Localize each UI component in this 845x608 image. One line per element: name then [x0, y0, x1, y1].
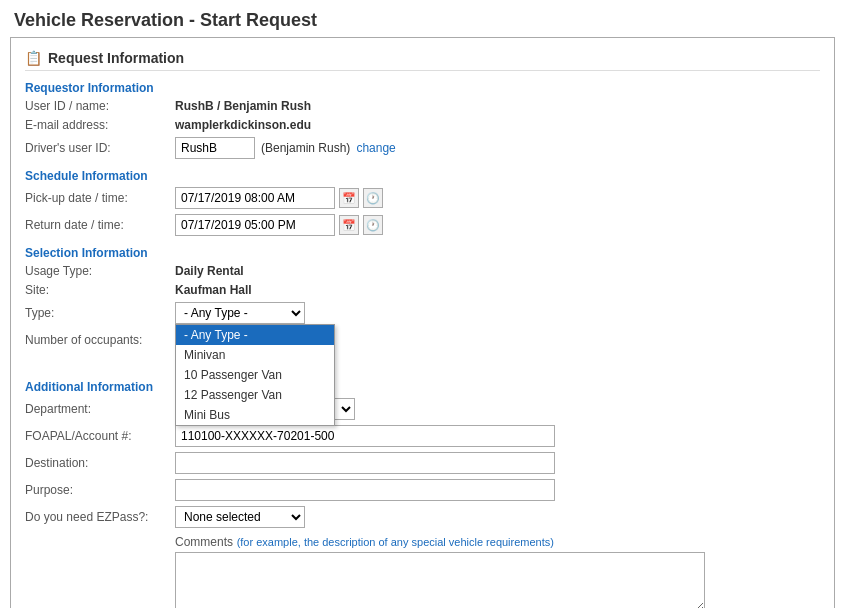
ezpass-label: Do you need EZPass?: — [25, 510, 175, 524]
driver-id-input[interactable] — [175, 137, 255, 159]
comments-row: Comments (for example, the description o… — [25, 534, 820, 608]
destination-input[interactable] — [175, 452, 555, 474]
type-label: Type: — [25, 306, 175, 320]
pickup-row: Pick-up date / time: 📅 🕐 — [25, 187, 820, 209]
return-date-input[interactable] — [175, 214, 335, 236]
dept-label: Department: — [25, 402, 175, 416]
purpose-label: Purpose: — [25, 483, 175, 497]
page-title: Vehicle Reservation - Start Request — [0, 0, 845, 37]
comments-textarea[interactable] — [175, 552, 705, 608]
change-link[interactable]: change — [356, 141, 395, 155]
site-value: Kaufman Hall — [175, 283, 252, 297]
usage-type-value: Daily Rental — [175, 264, 244, 278]
pickup-clock-icon[interactable]: 🕐 — [363, 188, 383, 208]
destination-label: Destination: — [25, 456, 175, 470]
user-id-label: User ID / name: — [25, 99, 175, 113]
pickup-datetime: 📅 🕐 — [175, 187, 383, 209]
type-dropdown-wrapper: - Any Type - Minivan 10 Passenger Van 12… — [175, 302, 305, 324]
section-header-label: Request Information — [48, 50, 184, 66]
foapal-label: FOAPAL/Account #: — [25, 429, 175, 443]
additional-section-title: Additional Information — [25, 380, 820, 394]
pickup-label: Pick-up date / time: — [25, 191, 175, 205]
type-select[interactable]: - Any Type - Minivan 10 Passenger Van 12… — [175, 302, 305, 324]
comments-container: Comments (for example, the description o… — [175, 534, 705, 608]
user-id-value: RushB / Benjamin Rush — [175, 99, 311, 113]
foapal-input[interactable] — [175, 425, 555, 447]
driver-id-row: Driver's user ID: (Benjamin Rush) change — [25, 137, 820, 159]
email-label: E-mail address: — [25, 118, 175, 132]
dropdown-item-minivan[interactable]: Minivan — [176, 345, 334, 365]
dropdown-item-12van[interactable]: 12 Passenger Van — [176, 385, 334, 405]
dropdown-item-minibus[interactable]: Mini Bus — [176, 405, 334, 425]
site-label: Site: — [25, 283, 175, 297]
email-value: wamplerkdickinson.edu — [175, 118, 311, 132]
purpose-input[interactable] — [175, 479, 555, 501]
section-icon: 📋 — [25, 50, 42, 66]
type-row: Type: - Any Type - Minivan 10 Passenger … — [25, 302, 820, 324]
section-header: 📋 Request Information — [25, 50, 820, 71]
email-row: E-mail address: wamplerkdickinson.edu — [25, 118, 820, 132]
occupants-row: Number of occupants: (passengers) — [25, 329, 820, 351]
return-clock-icon[interactable]: 🕐 — [363, 215, 383, 235]
comments-hint: (for example, the description of any spe… — [237, 536, 554, 548]
user-id-row: User ID / name: RushB / Benjamin Rush — [25, 99, 820, 113]
dept-row: Department: Public Safety Administration… — [25, 398, 820, 420]
main-container: 📋 Request Information Requestor Informat… — [10, 37, 835, 608]
pickup-date-input[interactable] — [175, 187, 335, 209]
purpose-row: Purpose: — [25, 479, 820, 501]
type-dropdown-list: - Any Type - Minivan 10 Passenger Van 12… — [175, 324, 335, 426]
driver-name: (Benjamin Rush) — [261, 141, 350, 155]
return-datetime: 📅 🕐 — [175, 214, 383, 236]
selection-section-title: Selection Information — [25, 246, 820, 260]
ezpass-row: Do you need EZPass?: None selected Yes N… — [25, 506, 820, 528]
usage-type-label: Usage Type: — [25, 264, 175, 278]
requestor-section-title: Requestor Information — [25, 81, 820, 95]
return-row: Return date / time: 📅 🕐 — [25, 214, 820, 236]
dropdown-item-10van[interactable]: 10 Passenger Van — [176, 365, 334, 385]
return-label: Return date / time: — [25, 218, 175, 232]
destination-row: Destination: — [25, 452, 820, 474]
schedule-section-title: Schedule Information — [25, 169, 820, 183]
site-row: Site: Kaufman Hall — [25, 283, 820, 297]
return-calendar-icon[interactable]: 📅 — [339, 215, 359, 235]
view-availability-row: View vehicle availability — [25, 356, 820, 370]
comments-label: Comments — [175, 535, 233, 549]
occupants-label: Number of occupants: — [25, 333, 175, 347]
usage-type-row: Usage Type: Daily Rental — [25, 264, 820, 278]
driver-id-label: Driver's user ID: — [25, 141, 175, 155]
pickup-calendar-icon[interactable]: 📅 — [339, 188, 359, 208]
foapal-row: FOAPAL/Account #: — [25, 425, 820, 447]
dropdown-item-any[interactable]: - Any Type - — [176, 325, 334, 345]
ezpass-select[interactable]: None selected Yes No — [175, 506, 305, 528]
